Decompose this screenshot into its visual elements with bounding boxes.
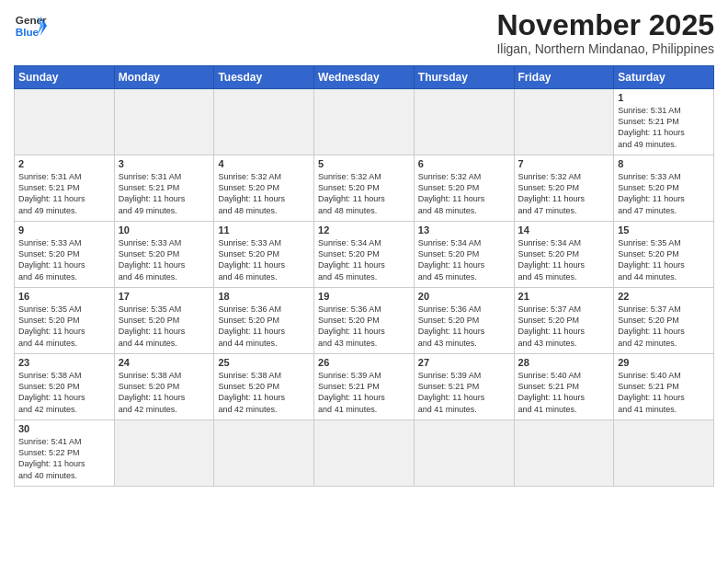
calendar-cell [614, 420, 714, 487]
day-info: Sunrise: 5:32 AM Sunset: 5:20 PM Dayligh… [218, 171, 310, 216]
calendar-cell: 28Sunrise: 5:40 AM Sunset: 5:21 PM Dayli… [514, 354, 614, 420]
calendar-cell: 25Sunrise: 5:38 AM Sunset: 5:20 PM Dayli… [214, 354, 314, 420]
day-number: 1 [618, 92, 710, 103]
calendar-cell: 13Sunrise: 5:34 AM Sunset: 5:20 PM Dayli… [414, 222, 514, 288]
day-number: 28 [518, 357, 610, 368]
calendar-cell: 20Sunrise: 5:36 AM Sunset: 5:20 PM Dayli… [414, 288, 514, 354]
day-info: Sunrise: 5:39 AM Sunset: 5:21 PM Dayligh… [318, 370, 410, 415]
generalblue-logo-icon: General Blue [14, 9, 47, 42]
calendar-week-0: 1Sunrise: 5:31 AM Sunset: 5:21 PM Daylig… [15, 89, 714, 155]
day-number: 2 [18, 158, 110, 169]
day-number: 29 [618, 357, 710, 368]
day-info: Sunrise: 5:35 AM Sunset: 5:20 PM Dayligh… [18, 304, 110, 349]
location: Iligan, Northern Mindanao, Philippines [496, 41, 714, 56]
calendar-cell [314, 89, 415, 155]
calendar-cell [414, 420, 514, 487]
day-info: Sunrise: 5:37 AM Sunset: 5:20 PM Dayligh… [518, 304, 610, 349]
day-number: 16 [18, 291, 110, 302]
weekday-header-friday: Friday [514, 66, 614, 89]
calendar-cell: 5Sunrise: 5:32 AM Sunset: 5:20 PM Daylig… [314, 155, 415, 222]
calendar-week-5: 30Sunrise: 5:41 AM Sunset: 5:22 PM Dayli… [15, 420, 714, 487]
day-number: 23 [18, 357, 110, 368]
page: General Blue November 2025 Iligan, North… [0, 0, 728, 496]
weekday-header-sunday: Sunday [15, 66, 115, 89]
day-info: Sunrise: 5:32 AM Sunset: 5:20 PM Dayligh… [418, 171, 510, 216]
weekday-header-wednesday: Wednesday [314, 66, 415, 89]
calendar-cell: 6Sunrise: 5:32 AM Sunset: 5:20 PM Daylig… [414, 155, 514, 222]
day-number: 9 [18, 224, 110, 236]
day-number: 20 [418, 291, 510, 302]
day-number: 27 [418, 357, 510, 368]
calendar-cell [514, 420, 614, 487]
day-info: Sunrise: 5:38 AM Sunset: 5:20 PM Dayligh… [218, 370, 310, 415]
day-info: Sunrise: 5:33 AM Sunset: 5:20 PM Dayligh… [18, 237, 110, 282]
day-number: 24 [119, 357, 210, 368]
calendar-cell: 21Sunrise: 5:37 AM Sunset: 5:20 PM Dayli… [514, 288, 614, 354]
calendar-cell: 10Sunrise: 5:33 AM Sunset: 5:20 PM Dayli… [114, 222, 214, 288]
day-info: Sunrise: 5:34 AM Sunset: 5:20 PM Dayligh… [518, 237, 610, 282]
day-number: 8 [618, 158, 710, 169]
day-number: 15 [618, 224, 710, 236]
day-info: Sunrise: 5:36 AM Sunset: 5:20 PM Dayligh… [218, 304, 310, 349]
calendar-week-3: 16Sunrise: 5:35 AM Sunset: 5:20 PM Dayli… [15, 288, 714, 354]
calendar-cell [214, 89, 314, 155]
calendar-cell: 29Sunrise: 5:40 AM Sunset: 5:21 PM Dayli… [614, 354, 714, 420]
calendar-cell: 30Sunrise: 5:41 AM Sunset: 5:22 PM Dayli… [15, 420, 115, 487]
calendar-cell: 24Sunrise: 5:38 AM Sunset: 5:20 PM Dayli… [114, 354, 214, 420]
day-info: Sunrise: 5:35 AM Sunset: 5:20 PM Dayligh… [119, 304, 210, 349]
day-info: Sunrise: 5:38 AM Sunset: 5:20 PM Dayligh… [119, 370, 210, 415]
calendar-cell: 3Sunrise: 5:31 AM Sunset: 5:21 PM Daylig… [114, 155, 214, 222]
day-info: Sunrise: 5:40 AM Sunset: 5:21 PM Dayligh… [618, 370, 710, 415]
day-info: Sunrise: 5:33 AM Sunset: 5:20 PM Dayligh… [218, 237, 310, 282]
month-title: November 2025 [496, 9, 714, 41]
day-number: 12 [318, 224, 410, 236]
weekday-header-thursday: Thursday [414, 66, 514, 89]
day-info: Sunrise: 5:34 AM Sunset: 5:20 PM Dayligh… [318, 237, 410, 282]
day-number: 19 [318, 291, 410, 302]
svg-text:Blue: Blue [16, 26, 40, 38]
day-info: Sunrise: 5:41 AM Sunset: 5:22 PM Dayligh… [18, 436, 110, 481]
calendar-cell: 22Sunrise: 5:37 AM Sunset: 5:20 PM Dayli… [614, 288, 714, 354]
weekday-header-tuesday: Tuesday [214, 66, 314, 89]
weekday-header-saturday: Saturday [614, 66, 714, 89]
header: General Blue November 2025 Iligan, North… [14, 9, 714, 56]
weekday-header-monday: Monday [114, 66, 214, 89]
day-number: 7 [518, 158, 610, 169]
day-number: 3 [119, 158, 210, 169]
day-number: 18 [218, 291, 310, 302]
calendar-cell: 2Sunrise: 5:31 AM Sunset: 5:21 PM Daylig… [15, 155, 115, 222]
calendar-cell: 4Sunrise: 5:32 AM Sunset: 5:20 PM Daylig… [214, 155, 314, 222]
day-number: 26 [318, 357, 410, 368]
day-number: 22 [618, 291, 710, 302]
calendar-cell: 18Sunrise: 5:36 AM Sunset: 5:20 PM Dayli… [214, 288, 314, 354]
day-number: 21 [518, 291, 610, 302]
day-number: 30 [18, 423, 110, 434]
calendar-cell [414, 89, 514, 155]
day-number: 13 [418, 224, 510, 236]
day-info: Sunrise: 5:31 AM Sunset: 5:21 PM Dayligh… [18, 171, 110, 216]
logo: General Blue [14, 9, 47, 42]
day-info: Sunrise: 5:39 AM Sunset: 5:21 PM Dayligh… [418, 370, 510, 415]
day-number: 4 [218, 158, 310, 169]
calendar-cell: 26Sunrise: 5:39 AM Sunset: 5:21 PM Dayli… [314, 354, 415, 420]
day-info: Sunrise: 5:33 AM Sunset: 5:20 PM Dayligh… [119, 237, 210, 282]
calendar-cell [514, 89, 614, 155]
calendar-cell [15, 89, 115, 155]
day-info: Sunrise: 5:33 AM Sunset: 5:20 PM Dayligh… [618, 171, 710, 216]
day-info: Sunrise: 5:31 AM Sunset: 5:21 PM Dayligh… [119, 171, 210, 216]
calendar-cell: 14Sunrise: 5:34 AM Sunset: 5:20 PM Dayli… [514, 222, 614, 288]
calendar-week-4: 23Sunrise: 5:38 AM Sunset: 5:20 PM Dayli… [15, 354, 714, 420]
day-info: Sunrise: 5:32 AM Sunset: 5:20 PM Dayligh… [318, 171, 410, 216]
calendar-cell: 11Sunrise: 5:33 AM Sunset: 5:20 PM Dayli… [214, 222, 314, 288]
calendar-cell: 1Sunrise: 5:31 AM Sunset: 5:21 PM Daylig… [614, 89, 714, 155]
calendar-cell: 12Sunrise: 5:34 AM Sunset: 5:20 PM Dayli… [314, 222, 415, 288]
day-number: 5 [318, 158, 410, 169]
day-info: Sunrise: 5:36 AM Sunset: 5:20 PM Dayligh… [318, 304, 410, 349]
day-info: Sunrise: 5:34 AM Sunset: 5:20 PM Dayligh… [418, 237, 510, 282]
calendar-cell [114, 89, 214, 155]
day-number: 17 [119, 291, 210, 302]
day-info: Sunrise: 5:32 AM Sunset: 5:20 PM Dayligh… [518, 171, 610, 216]
calendar-cell [114, 420, 214, 487]
day-info: Sunrise: 5:31 AM Sunset: 5:21 PM Dayligh… [618, 105, 710, 150]
day-info: Sunrise: 5:38 AM Sunset: 5:20 PM Dayligh… [18, 370, 110, 415]
